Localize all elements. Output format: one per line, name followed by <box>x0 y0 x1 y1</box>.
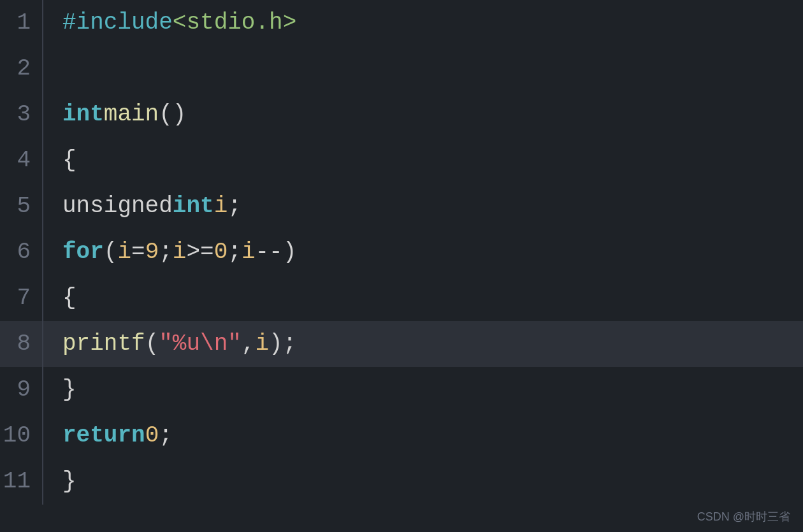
line-number: 4 <box>0 138 43 183</box>
token: i <box>255 330 269 357</box>
token: ; <box>228 192 242 220</box>
token: () <box>159 101 186 128</box>
token: } <box>62 376 76 403</box>
line-number: 5 <box>0 183 43 229</box>
token: for <box>62 238 104 266</box>
line-code: unsigned int i; <box>43 183 242 229</box>
token: { <box>62 284 76 312</box>
line-code: } <box>43 459 76 505</box>
token: 0 <box>214 238 228 266</box>
token: ; <box>159 238 173 266</box>
token: ) <box>283 238 297 266</box>
token: return <box>62 422 145 449</box>
code-line: 8 printf("%u\n",i); <box>0 321 803 367</box>
code-editor: 1#include <stdio.h>23int main()4{5 unsig… <box>0 0 803 532</box>
line-number: 11 <box>0 459 43 505</box>
token: ; <box>159 422 173 449</box>
token: i <box>214 192 228 220</box>
code-line: 1#include <stdio.h> <box>0 0 803 46</box>
token: i <box>242 238 256 266</box>
code-line: 7 { <box>0 275 803 321</box>
code-line: 6 for(i=9;i>=0;i--) <box>0 229 803 275</box>
token: int <box>173 192 214 220</box>
token: ); <box>269 330 296 357</box>
token: ( <box>145 330 159 357</box>
line-code: return 0; <box>43 413 173 459</box>
line-code: int main() <box>43 92 186 138</box>
line-number: 7 <box>0 275 43 321</box>
token: main <box>104 101 159 128</box>
token: 0 <box>145 422 159 449</box>
line-code: printf("%u\n",i); <box>43 321 296 367</box>
code-line: 4{ <box>0 138 803 183</box>
code-line: 5 unsigned int i; <box>0 183 803 229</box>
line-code: { <box>43 138 76 183</box>
token: { <box>62 147 76 174</box>
token: printf <box>62 330 145 357</box>
code-line: 10 return 0; <box>0 413 803 459</box>
line-code <box>43 46 62 92</box>
line-code: #include <stdio.h> <box>43 0 296 46</box>
code-line: 9 } <box>0 367 803 413</box>
line-code: { <box>43 275 76 321</box>
token: int <box>62 101 104 128</box>
watermark: CSDN @时时三省 <box>697 509 790 524</box>
line-number: 3 <box>0 92 43 138</box>
token: ; <box>228 238 242 266</box>
line-code: for(i=9;i>=0;i--) <box>43 229 296 275</box>
code-line: 11} <box>0 459 803 505</box>
code-line: 2 <box>0 46 803 92</box>
line-number: 1 <box>0 0 43 46</box>
line-number: 2 <box>0 46 43 92</box>
line-number: 8 <box>0 321 43 367</box>
line-number: 6 <box>0 229 43 275</box>
token: 9 <box>145 238 159 266</box>
token: i <box>173 238 187 266</box>
token: ( <box>104 238 118 266</box>
token: } <box>62 468 76 495</box>
line-number: 9 <box>0 367 43 413</box>
code-line: 3int main() <box>0 92 803 138</box>
token: , <box>242 330 256 357</box>
token: >= <box>186 238 213 266</box>
token: -- <box>256 238 283 266</box>
token: <stdio.h> <box>173 9 296 36</box>
line-code: } <box>43 367 76 413</box>
token: "%u\n" <box>159 330 242 357</box>
line-number: 10 <box>0 413 43 459</box>
token: unsigned <box>62 192 173 220</box>
token: i <box>117 238 131 266</box>
code-content: 1#include <stdio.h>23int main()4{5 unsig… <box>0 0 803 532</box>
token: #include <box>62 9 173 36</box>
token: = <box>131 238 145 266</box>
